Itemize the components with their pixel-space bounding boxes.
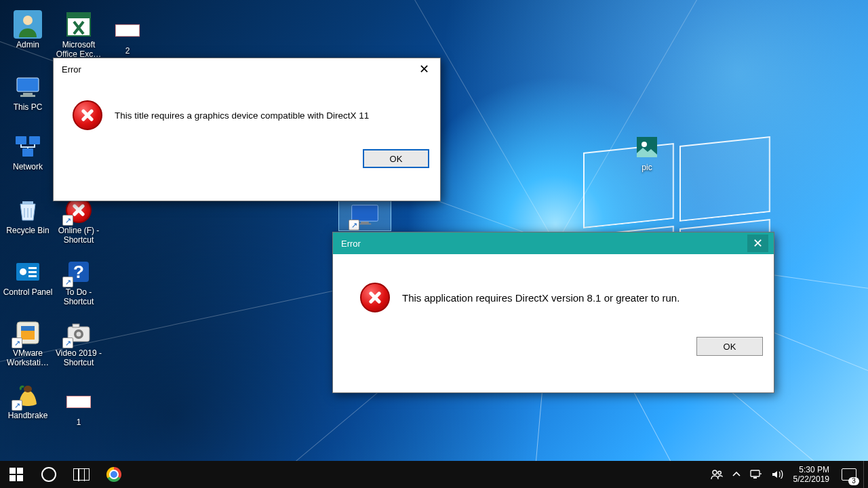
cortana-circle-icon [41,467,56,482]
svg-rect-13 [28,267,37,269]
shortcut-arrow-icon: ↗ [62,338,73,348]
svg-rect-29 [361,222,369,224]
svg-point-25 [24,386,32,392]
svg-rect-34 [751,470,760,476]
desktop-icon-thispc[interactable]: This PC [2,73,54,112]
notification-badge: 3 [848,477,859,485]
dialog-message: This application requires DirectX versio… [402,292,679,304]
clock-time: 5:30 PM [799,465,829,474]
error-dialog-directx81: Error ✕ This application requires Direct… [332,232,774,393]
network-tray-icon[interactable] [750,470,762,479]
svg-rect-20 [21,326,35,331]
svg-rect-30 [359,224,371,225]
desktop-icon-admin[interactable]: Admin [2,10,54,49]
error-dialog-directx11: Error ✕ This title requires a graphics d… [53,58,441,201]
desktop-icon-label: Admin [16,40,39,49]
ok-button[interactable]: OK [696,337,763,356]
volume-icon[interactable] [772,469,784,480]
desktop-icon-label: Video 2019 - Shortcut [54,348,104,367]
svg-rect-8 [29,136,40,144]
svg-point-32 [713,470,717,474]
error-icon [73,100,102,130]
desktop-icon-label: pic [642,163,652,172]
desktop-icon-cpl[interactable]: Control Panel [2,258,54,297]
svg-rect-10 [22,201,33,204]
tray-chevron-icon[interactable] [732,470,741,479]
desktop-icon-label: Handbrake [8,411,48,420]
desktop-icon-label: Online (F) - Shortcut [54,226,104,245]
ok-button[interactable]: OK [363,149,429,168]
shortcut-arrow-icon: ↗ [12,338,22,348]
dialog-message: This title requires a graphics device co… [115,110,369,121]
picture-icon [633,133,661,161]
dialog-titlebar[interactable]: Error ✕ [54,58,440,80]
shortcut-arrow-icon: ↗ [349,220,359,230]
shortcut-arrow-icon: ↗ [62,277,73,287]
svg-point-1 [23,16,33,25]
start-button[interactable] [0,461,33,488]
desktop-icon-network[interactable]: Network [2,132,54,171]
error-icon [360,283,390,312]
task-view-icon [73,468,90,481]
svg-point-27 [642,142,647,147]
people-icon[interactable] [711,469,723,480]
task-view-button[interactable] [65,461,98,488]
desktop-icon-label: Control Panel [3,287,53,297]
desktop-icon-onlinef[interactable]: ↗Online (F) - Shortcut [53,196,104,245]
desktop-icon-label: VMware Workstati… [3,348,53,367]
svg-point-23 [77,332,81,337]
recycle-icon [14,196,42,224]
action-center-button[interactable]: 3 [835,461,863,488]
dialog-titlebar[interactable]: Error ✕ [333,232,774,254]
taskbar-clock[interactable]: 5:30 PM 5/22/2019 [788,465,835,484]
cortana-button[interactable] [33,461,65,488]
desktop-icon-label: This PC [14,102,43,112]
svg-rect-6 [20,95,35,97]
dialog-title: Error [341,239,361,249]
desktop-icon-excel[interactable]: Microsoft Office Exc… [53,10,104,59]
network-icon [14,132,42,161]
desktop-icon-handbrake[interactable]: ↗Handbrake [2,381,54,420]
desktop-icon-selshortcut[interactable]: ↗ [339,201,391,230]
svg-rect-15 [28,275,37,277]
svg-rect-28 [352,205,378,222]
svg-point-33 [717,471,721,474]
excel-icon [64,10,93,39]
svg-rect-3 [67,13,90,18]
svg-rect-5 [23,93,33,95]
shortcut-arrow-icon: ↗ [12,400,22,411]
smallfile-icon [64,388,93,416]
desktop-icon-label: Network [13,162,43,171]
desktop-icon-label: Recycle Bin [6,226,49,235]
dialog-title: Error [62,64,81,75]
desktop-icon-video2019[interactable]: ↗Video 2019 - Shortcut [53,319,104,367]
desktop-icon-file1[interactable]: 1 [53,388,104,427]
windows-logo-icon [9,468,23,481]
desktop-icon-label: To Do - Shortcut [54,287,104,306]
desktop-icon-recycle[interactable]: Recycle Bin [2,196,54,235]
svg-rect-7 [16,136,26,144]
desktop-icon-pic[interactable]: pic [621,133,673,172]
smallfile-icon [113,16,142,45]
close-icon[interactable]: ✕ [747,235,768,252]
desktop-icon-label: Microsoft Office Exc… [54,40,104,59]
desktop-icon-label: 2 [125,46,130,56]
desktop-icon-file2[interactable]: 2 [102,16,153,56]
desktop-icon-label: 1 [77,418,81,427]
cpl-icon [14,258,42,286]
svg-text:?: ? [73,262,84,282]
system-tray [704,469,788,480]
svg-rect-24 [73,324,79,327]
taskbar-app-chrome[interactable] [98,461,130,488]
chrome-icon [106,467,121,482]
desktop-icon-todo[interactable]: ?↗To Do - Shortcut [53,258,104,306]
svg-rect-4 [17,78,39,92]
admin-icon [14,10,42,39]
shortcut-arrow-icon: ↗ [62,215,73,226]
close-icon[interactable]: ✕ [414,60,435,78]
taskbar: 5:30 PM 5/22/2019 3 [0,461,868,488]
desktop-icon-vmware[interactable]: ↗VMware Workstati… [2,319,54,367]
show-desktop-button[interactable] [863,461,868,488]
clock-date: 5/22/2019 [793,474,829,484]
svg-rect-35 [753,477,757,479]
